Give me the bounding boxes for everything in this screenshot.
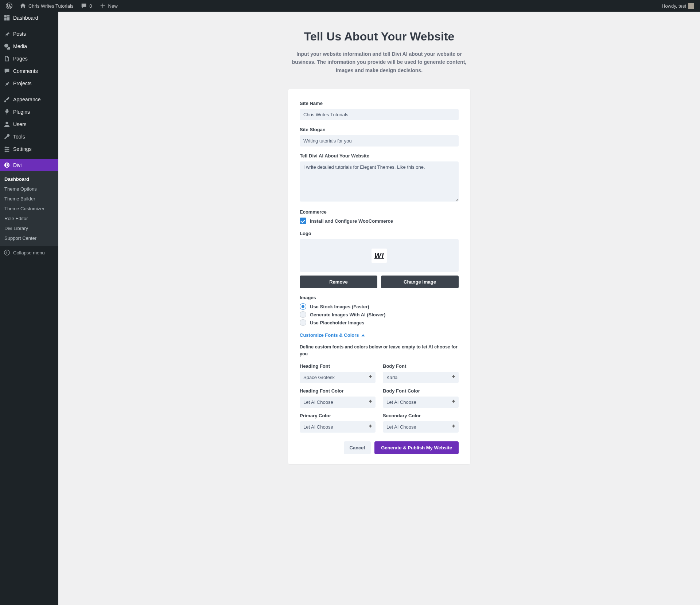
- media-icon: [4, 43, 10, 50]
- user-account-link[interactable]: Howdy, test: [659, 0, 697, 12]
- menu-appearance[interactable]: Appearance: [0, 93, 58, 106]
- heading-font-select[interactable]: Space Grotesk: [300, 372, 376, 383]
- avatar: [688, 3, 694, 9]
- images-option-stock-label: Use Stock Images (Faster): [310, 304, 369, 309]
- page-description: Input your website information and tell …: [284, 50, 474, 74]
- site-home-link[interactable]: Chris Writes Tutorials: [17, 0, 76, 12]
- user-icon: [4, 121, 10, 128]
- images-option-placeholder-label: Use Placeholder Images: [310, 320, 365, 325]
- site-name-input[interactable]: [300, 109, 459, 120]
- menu-label: Media: [13, 43, 27, 49]
- images-option-ai-radio[interactable]: [300, 311, 306, 318]
- form-card: Site Name Site Slogan Tell Divi AI About…: [288, 89, 470, 464]
- admin-bar: Chris Writes Tutorials 0 New Howdy, test: [0, 0, 700, 12]
- brush-icon: [4, 96, 10, 103]
- new-label: New: [108, 3, 118, 9]
- primary-color-select[interactable]: Let AI Choose: [300, 421, 376, 433]
- wordpress-icon: [6, 3, 12, 9]
- site-name-label: Site Name: [300, 101, 459, 106]
- menu-label: Tools: [13, 134, 25, 140]
- submenu-support-center[interactable]: Support Center: [0, 233, 58, 243]
- heading-color-label: Heading Font Color: [300, 388, 376, 394]
- body-color-select[interactable]: Let AI Choose: [383, 397, 459, 408]
- comments-link[interactable]: 0: [78, 0, 95, 12]
- menu-label: Comments: [13, 68, 38, 74]
- change-image-button[interactable]: Change Image: [381, 276, 459, 288]
- customize-toggle-label: Customize Fonts & Colors: [300, 332, 359, 338]
- menu-label: Appearance: [13, 97, 41, 102]
- heading-color-select[interactable]: Let AI Choose: [300, 397, 376, 408]
- collapse-menu[interactable]: Collapse menu: [0, 246, 58, 259]
- menu-tools[interactable]: Tools: [0, 130, 58, 143]
- about-label: Tell Divi AI About Your Website: [300, 153, 459, 159]
- menu-label: Users: [13, 121, 27, 127]
- logo-label: Logo: [300, 231, 459, 236]
- divi-submenu: Dashboard Theme Options Theme Builder Th…: [0, 171, 58, 246]
- generate-publish-button[interactable]: Generate & Publish My Website: [374, 441, 459, 454]
- images-option-stock-radio[interactable]: [300, 303, 306, 310]
- menu-dashboard[interactable]: Dashboard: [0, 12, 58, 24]
- submenu-role-editor[interactable]: Role Editor: [0, 214, 58, 223]
- about-textarea[interactable]: I write detailed tutorials for Elegant T…: [300, 161, 459, 202]
- sliders-icon: [4, 146, 10, 152]
- svg-point-0: [4, 163, 9, 168]
- menu-label: Dashboard: [13, 15, 38, 21]
- heading-font-label: Heading Font: [300, 363, 376, 369]
- secondary-color-label: Secondary Color: [383, 413, 459, 418]
- comment-icon: [4, 68, 10, 74]
- menu-label: Pages: [13, 56, 28, 62]
- svg-point-1: [4, 250, 9, 255]
- body-font-select[interactable]: Karla: [383, 372, 459, 383]
- logo-text: WI: [372, 249, 387, 263]
- menu-label: Plugins: [13, 109, 30, 115]
- ecommerce-label: Ecommerce: [300, 209, 459, 215]
- admin-sidebar: Dashboard Posts Media Pages Comments Pro…: [0, 12, 58, 605]
- howdy-text: Howdy, test: [662, 3, 686, 9]
- menu-label: Divi: [13, 162, 22, 168]
- menu-label: Posts: [13, 31, 26, 37]
- menu-projects[interactable]: Projects: [0, 77, 58, 90]
- dashboard-icon: [4, 15, 10, 21]
- customize-fonts-colors-toggle[interactable]: Customize Fonts & Colors: [300, 332, 459, 338]
- menu-divi[interactable]: Divi: [0, 159, 58, 171]
- submenu-theme-builder[interactable]: Theme Builder: [0, 194, 58, 204]
- submenu-dashboard[interactable]: Dashboard: [0, 174, 58, 184]
- menu-plugins[interactable]: Plugins: [0, 106, 58, 118]
- site-slogan-label: Site Slogan: [300, 127, 459, 132]
- menu-users[interactable]: Users: [0, 118, 58, 130]
- menu-media[interactable]: Media: [0, 40, 58, 52]
- collapse-label: Collapse menu: [13, 250, 45, 255]
- menu-comments[interactable]: Comments: [0, 65, 58, 77]
- collapse-icon: [4, 249, 10, 256]
- plus-icon: [100, 3, 106, 9]
- submenu-theme-options[interactable]: Theme Options: [0, 184, 58, 194]
- main-content: Tell Us About Your Website Input your we…: [58, 12, 700, 605]
- site-slogan-input[interactable]: [300, 135, 459, 147]
- woocommerce-checkbox-label: Install and Configure WooCommerce: [310, 218, 393, 224]
- page-title: Tell Us About Your Website: [304, 30, 454, 43]
- woocommerce-checkbox[interactable]: [300, 218, 306, 224]
- images-option-placeholder-radio[interactable]: [300, 319, 306, 326]
- pin-icon: [4, 80, 10, 87]
- cancel-button[interactable]: Cancel: [344, 441, 371, 454]
- pin-icon: [4, 31, 10, 37]
- menu-posts[interactable]: Posts: [0, 28, 58, 40]
- new-content-link[interactable]: New: [97, 0, 121, 12]
- images-option-ai-label: Generate Images With AI (Slower): [310, 312, 385, 317]
- wordpress-logo[interactable]: [3, 0, 15, 12]
- comments-count: 0: [89, 3, 92, 9]
- plugin-icon: [4, 109, 10, 115]
- triangle-up-icon: [361, 334, 365, 336]
- logo-preview: WI: [300, 239, 459, 272]
- submenu-divi-library[interactable]: Divi Library: [0, 223, 58, 233]
- secondary-color-select[interactable]: Let AI Choose: [383, 421, 459, 433]
- menu-settings[interactable]: Settings: [0, 143, 58, 155]
- menu-pages[interactable]: Pages: [0, 52, 58, 65]
- divi-icon: [4, 162, 10, 168]
- images-label: Images: [300, 295, 459, 300]
- wrench-icon: [4, 133, 10, 140]
- submenu-theme-customizer[interactable]: Theme Customizer: [0, 204, 58, 214]
- remove-logo-button[interactable]: Remove: [300, 276, 377, 288]
- menu-label: Settings: [13, 146, 32, 152]
- pages-icon: [4, 55, 10, 62]
